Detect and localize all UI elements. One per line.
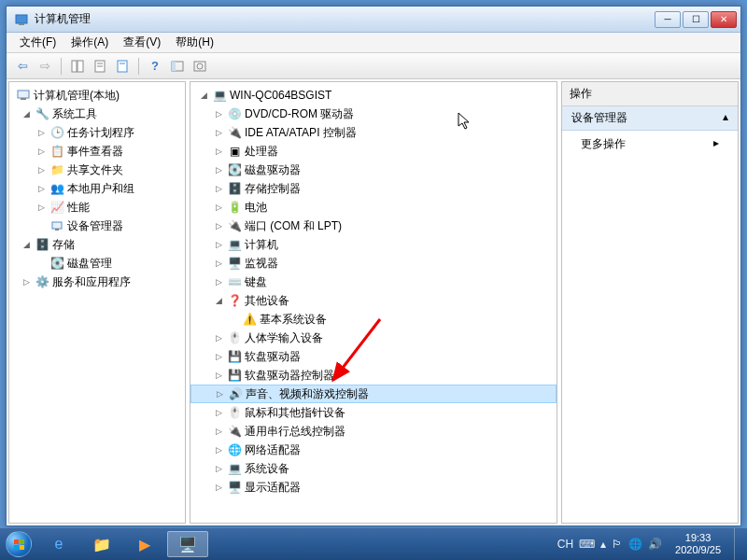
expand-icon[interactable]: ▷ (213, 427, 224, 436)
tree-label: 其他设备 (245, 293, 295, 309)
minimize-button[interactable]: ─ (655, 11, 681, 28)
start-button[interactable] (0, 528, 37, 560)
collapse-icon[interactable]: ◢ (21, 109, 32, 119)
device-usb[interactable]: ▷🔌通用串行总线控制器 (190, 422, 557, 441)
expand-icon[interactable]: ▷ (213, 445, 224, 455)
tree-shared-folders[interactable]: ▷ 📁 共享文件夹 (9, 161, 185, 179)
network-icon: 🌐 (227, 442, 242, 457)
expand-icon[interactable]: ▷ (35, 147, 47, 156)
expand-icon[interactable]: ▷ (213, 371, 224, 380)
menu-help[interactable]: 帮助(H) (168, 33, 221, 52)
expand-icon[interactable]: ▷ (35, 184, 47, 193)
expand-icon[interactable]: ▷ (213, 128, 224, 137)
network-tray-icon[interactable]: 🌐 (628, 538, 642, 551)
menu-action[interactable]: 操作(A) (63, 33, 116, 52)
device-ports[interactable]: ▷🔌端口 (COM 和 LPT) (190, 217, 557, 235)
menu-view[interactable]: 查看(V) (116, 33, 168, 52)
device-monitor[interactable]: ▷🖥️监视器 (190, 254, 557, 273)
expand-icon[interactable]: ▷ (35, 128, 47, 137)
navigation-pane[interactable]: 计算机管理(本地) ◢ 🔧 系统工具 ▷ 🕒 任务计划程序 ▷ 📋 事件查看器 (8, 81, 186, 524)
tree-root[interactable]: 计算机管理(本地) (9, 86, 185, 105)
tree-performance[interactable]: ▷ 📈 性能 (9, 198, 185, 217)
close-button[interactable]: ✕ (711, 11, 737, 28)
collapse-icon[interactable]: ◢ (21, 240, 32, 249)
forward-button[interactable]: ⇨ (35, 56, 55, 77)
tree-event-viewer[interactable]: ▷ 📋 事件查看器 (9, 142, 185, 161)
clock[interactable]: 19:33 2020/9/25 (668, 532, 728, 556)
show-hide-tree-button[interactable] (67, 56, 88, 77)
device-hid[interactable]: ▷🖱️人体学输入设备 (190, 329, 557, 347)
tree-system-tools[interactable]: ◢ 🔧 系统工具 (9, 105, 185, 123)
device-mouse[interactable]: ▷🖱️鼠标和其他指针设备 (190, 403, 557, 422)
keyboard-tray-icon[interactable]: ⌨ (579, 538, 595, 551)
lang-indicator[interactable]: CH (557, 538, 573, 551)
tree-local-users[interactable]: ▷ 👥 本地用户和组 (9, 179, 185, 198)
device-root[interactable]: ◢ 💻 WIN-QC064BSGIST (190, 86, 557, 105)
expand-icon[interactable]: ▷ (213, 165, 224, 175)
device-system[interactable]: ▷💻系统设备 (190, 459, 557, 478)
tree-services-apps[interactable]: ▷ ⚙️ 服务和应用程序 (9, 273, 185, 291)
device-disk-drives[interactable]: ▷💽磁盘驱动器 (190, 161, 557, 179)
expand-icon[interactable]: ▷ (213, 221, 224, 231)
maximize-button[interactable]: ☐ (683, 11, 709, 28)
expand-icon[interactable]: ▷ (214, 389, 225, 399)
device-keyboard[interactable]: ▷⌨️键盘 (190, 273, 557, 291)
device-dvd[interactable]: ▷💿DVD/CD-ROM 驱动器 (190, 105, 557, 123)
expand-icon[interactable]: ▷ (35, 203, 47, 212)
expand-icon[interactable]: ▷ (213, 259, 224, 268)
view-button-2[interactable] (190, 56, 210, 77)
help-button[interactable]: ? (145, 56, 165, 77)
expand-icon[interactable]: ▷ (213, 109, 224, 119)
actions-more[interactable]: 更多操作 ▸ (562, 131, 738, 158)
tools-icon: 🔧 (35, 106, 49, 121)
tray-arrow-icon[interactable]: ▴ (600, 538, 606, 551)
disk-icon: 💽 (49, 256, 64, 271)
device-storage-ctrl[interactable]: ▷🗄️存储控制器 (190, 179, 557, 198)
tree-disk-mgmt[interactable]: 💽 磁盘管理 (9, 254, 185, 273)
taskbar-explorer[interactable]: 📁 (81, 531, 122, 557)
collapse-icon[interactable]: ◢ (198, 91, 209, 100)
taskbar-computer-mgmt[interactable]: 🖥️ (167, 531, 208, 557)
back-button[interactable]: ⇦ (12, 56, 33, 77)
expand-icon[interactable]: ▷ (213, 352, 224, 361)
expand-icon[interactable]: ▷ (213, 333, 224, 343)
device-battery[interactable]: ▷🔋电池 (190, 198, 557, 217)
properties-button[interactable] (90, 56, 110, 77)
expand-icon[interactable]: ▷ (213, 240, 224, 249)
expand-icon[interactable]: ▷ (35, 165, 47, 175)
expand-icon[interactable]: ▷ (213, 464, 224, 473)
device-tree-pane[interactable]: ◢ 💻 WIN-QC064BSGIST ▷💿DVD/CD-ROM 驱动器 ▷🔌I… (190, 81, 557, 524)
view-button-1[interactable] (167, 56, 188, 77)
device-network[interactable]: ▷🌐网络适配器 (190, 441, 557, 459)
storage-ctrl-icon: 🗄️ (227, 181, 242, 196)
expand-icon[interactable]: ▷ (213, 184, 224, 193)
tree-storage[interactable]: ◢ 🗄️ 存储 (9, 235, 185, 254)
device-base-sys[interactable]: ⚠️基本系统设备 (190, 310, 557, 329)
menu-file[interactable]: 文件(F) (12, 33, 63, 52)
tree-device-manager[interactable]: 设备管理器 (9, 217, 185, 235)
expand-icon[interactable]: ▷ (213, 483, 224, 492)
refresh-button[interactable] (112, 56, 133, 77)
device-cpu[interactable]: ▷▣处理器 (190, 142, 557, 161)
device-computer[interactable]: ▷💻计算机 (190, 235, 557, 254)
tree-task-scheduler[interactable]: ▷ 🕒 任务计划程序 (9, 123, 185, 142)
device-floppy-drives[interactable]: ▷💾软盘驱动器 (190, 347, 557, 366)
device-other[interactable]: ◢❓其他设备 (190, 291, 557, 310)
volume-tray-icon[interactable]: 🔊 (648, 538, 662, 551)
action-center-icon[interactable]: 🏳 (612, 538, 623, 551)
titlebar: 计算机管理 ─ ☐ ✕ (7, 7, 740, 33)
expand-icon[interactable]: ▷ (213, 277, 224, 287)
device-ide[interactable]: ▷🔌IDE ATA/ATAPI 控制器 (190, 123, 557, 142)
device-display[interactable]: ▷🖥️显示适配器 (190, 478, 557, 497)
show-desktop-button[interactable] (734, 528, 743, 560)
expand-icon[interactable]: ▷ (21, 277, 32, 287)
actions-section[interactable]: 设备管理器 ▴ (562, 106, 738, 131)
taskbar-ie[interactable]: e (38, 531, 79, 557)
expand-icon[interactable]: ▷ (213, 408, 224, 417)
device-sound[interactable]: ▷🔊声音、视频和游戏控制器 (190, 385, 557, 403)
expand-icon[interactable]: ▷ (213, 147, 224, 156)
expand-icon[interactable]: ▷ (213, 203, 224, 212)
device-floppy-ctrl[interactable]: ▷💾软盘驱动器控制器 (190, 366, 557, 385)
collapse-icon[interactable]: ◢ (213, 296, 224, 305)
taskbar-media-player[interactable]: ▶ (124, 531, 165, 557)
